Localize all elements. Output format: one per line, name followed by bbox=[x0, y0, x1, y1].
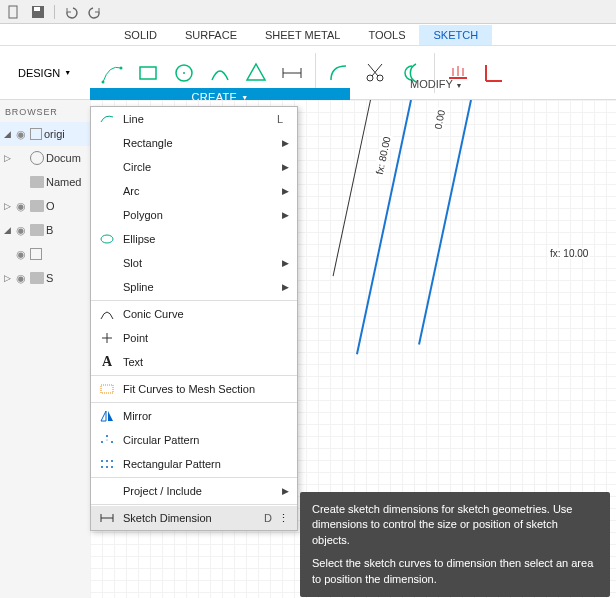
svg-point-30 bbox=[106, 460, 108, 462]
tree-item[interactable]: ◢◉B bbox=[0, 218, 90, 242]
menu-ellipse[interactable]: Ellipse bbox=[91, 227, 297, 251]
dimension-icon bbox=[97, 509, 117, 527]
modify-panel-label[interactable]: MODIFY ▼ bbox=[410, 78, 463, 90]
menu-separator bbox=[91, 300, 297, 301]
tree-item[interactable]: ▷Docum bbox=[0, 146, 90, 170]
tree-root[interactable]: ◢◉origi bbox=[0, 122, 90, 146]
polygon-tool-icon[interactable] bbox=[239, 54, 273, 92]
rectangular-pattern-icon bbox=[97, 455, 117, 473]
rectangle-tool-icon[interactable] bbox=[131, 54, 165, 92]
text-icon: A bbox=[97, 353, 117, 371]
menu-circular-pattern[interactable]: Circular Pattern bbox=[91, 428, 297, 452]
conic-icon bbox=[97, 305, 117, 323]
undo-icon[interactable] bbox=[63, 4, 79, 20]
create-dropdown-menu: LineL Rectangle▶ Circle▶ Arc▶ Polygon▶ E… bbox=[90, 106, 298, 531]
fit-curves-icon bbox=[97, 380, 117, 398]
menu-rectangle[interactable]: Rectangle▶ bbox=[91, 131, 297, 155]
svg-point-27 bbox=[111, 441, 113, 443]
menu-rectangular-pattern[interactable]: Rectangular Pattern bbox=[91, 452, 297, 476]
menu-project-include[interactable]: Project / Include▶ bbox=[91, 479, 297, 503]
svg-point-25 bbox=[106, 435, 108, 437]
ribbon-tabs: SOLID SURFACE SHEET METAL TOOLS SKETCH bbox=[0, 24, 616, 46]
svg-point-28 bbox=[107, 440, 108, 441]
circular-pattern-icon bbox=[97, 431, 117, 449]
fillet-tool-icon[interactable] bbox=[322, 54, 356, 92]
svg-point-33 bbox=[106, 466, 108, 468]
menu-fit-curves[interactable]: Fit Curves to Mesh Section bbox=[91, 377, 297, 401]
tooltip-text: Create sketch dimensions for sketch geom… bbox=[312, 502, 598, 548]
tab-sketch[interactable]: SKETCH bbox=[419, 25, 492, 45]
svg-rect-2 bbox=[34, 7, 40, 11]
separator bbox=[315, 53, 316, 93]
menu-conic-curve[interactable]: Conic Curve bbox=[91, 302, 297, 326]
dimension-tool-icon[interactable] bbox=[275, 54, 309, 92]
browser-panel-label: BROWSER bbox=[5, 107, 58, 117]
menu-circle[interactable]: Circle▶ bbox=[91, 155, 297, 179]
point-icon bbox=[97, 329, 117, 347]
dimension-line[interactable] bbox=[333, 100, 371, 276]
dimension-value[interactable]: 0.00 bbox=[432, 107, 448, 132]
tree-item[interactable]: ▷◉O bbox=[0, 194, 90, 218]
svg-point-4 bbox=[120, 66, 123, 69]
constraint-perp-icon[interactable] bbox=[477, 54, 511, 92]
svg-point-31 bbox=[111, 460, 113, 462]
separator bbox=[54, 5, 55, 19]
mirror-icon bbox=[97, 407, 117, 425]
svg-point-29 bbox=[101, 460, 103, 462]
tree-item[interactable]: ◉ bbox=[0, 242, 90, 266]
trim-tool-icon[interactable] bbox=[358, 54, 392, 92]
menu-line[interactable]: LineL bbox=[91, 107, 297, 131]
tree-item[interactable]: ▷◉S bbox=[0, 266, 90, 290]
menu-separator bbox=[91, 375, 297, 376]
line-tool-icon[interactable] bbox=[95, 54, 129, 92]
tab-tools[interactable]: TOOLS bbox=[354, 25, 419, 45]
menu-sketch-dimension[interactable]: Sketch DimensionD⋮ bbox=[91, 506, 297, 530]
dimension-value[interactable]: fx: 10.00 bbox=[548, 248, 590, 259]
svg-point-7 bbox=[183, 72, 185, 74]
tree-item[interactable]: Named bbox=[0, 170, 90, 194]
dimension-value[interactable]: fx: 80.00 bbox=[373, 134, 393, 178]
sketch-edge[interactable] bbox=[418, 100, 472, 345]
menu-polygon[interactable]: Polygon▶ bbox=[91, 203, 297, 227]
menu-separator bbox=[91, 477, 297, 478]
menu-separator bbox=[91, 402, 297, 403]
browser-tree: ◢◉origi ▷Docum Named ▷◉O ◢◉B ◉ ▷◉S bbox=[0, 122, 90, 290]
design-dropdown[interactable]: DESIGN▼ bbox=[8, 61, 81, 85]
redo-icon[interactable] bbox=[87, 4, 103, 20]
tooltip-text: Select the sketch curves to dimension th… bbox=[312, 556, 598, 587]
ellipse-icon bbox=[97, 230, 117, 248]
line-icon bbox=[97, 110, 117, 128]
svg-point-21 bbox=[101, 235, 113, 243]
arc-tool-icon[interactable] bbox=[203, 54, 237, 92]
svg-point-3 bbox=[102, 80, 105, 83]
menu-spline[interactable]: Spline▶ bbox=[91, 275, 297, 299]
svg-point-26 bbox=[101, 441, 103, 443]
svg-point-32 bbox=[101, 466, 103, 468]
menu-slot[interactable]: Slot▶ bbox=[91, 251, 297, 275]
quick-access-toolbar bbox=[0, 0, 616, 24]
save-icon[interactable] bbox=[30, 4, 46, 20]
menu-text[interactable]: AText bbox=[91, 350, 297, 374]
tab-sheet-metal[interactable]: SHEET METAL bbox=[251, 25, 354, 45]
menu-arc[interactable]: Arc▶ bbox=[91, 179, 297, 203]
more-icon[interactable]: ⋮ bbox=[278, 512, 289, 525]
svg-rect-5 bbox=[140, 67, 156, 79]
svg-rect-0 bbox=[9, 6, 17, 18]
menu-mirror[interactable]: Mirror bbox=[91, 404, 297, 428]
file-icon[interactable] bbox=[6, 4, 22, 20]
menu-point[interactable]: Point bbox=[91, 326, 297, 350]
tab-solid[interactable]: SOLID bbox=[110, 25, 171, 45]
svg-rect-24 bbox=[101, 385, 113, 393]
command-tooltip: Create sketch dimensions for sketch geom… bbox=[300, 492, 610, 597]
tab-surface[interactable]: SURFACE bbox=[171, 25, 251, 45]
menu-separator bbox=[91, 504, 297, 505]
circle-tool-icon[interactable] bbox=[167, 54, 201, 92]
svg-point-34 bbox=[111, 466, 113, 468]
